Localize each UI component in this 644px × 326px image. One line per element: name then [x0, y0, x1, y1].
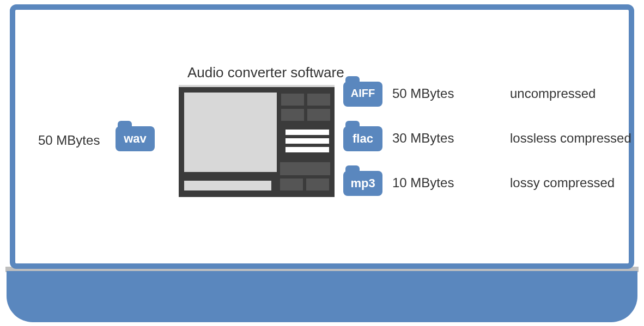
output-format-flac: flac [343, 132, 382, 146]
output-compression-flac: lossless compressed [510, 131, 631, 146]
output-format-aiff: AIFF [343, 87, 382, 100]
monitor-screen: Audio converter software 50 MBytes wav A… [10, 4, 634, 269]
output-format-mp3: mp3 [343, 176, 382, 190]
output-compression-aiff: uncompressed [510, 86, 596, 101]
output-compression-mp3: lossy compressed [510, 175, 615, 190]
input-folder-icon: wav [116, 121, 155, 151]
output-folder-flac-icon: flac [343, 121, 382, 151]
output-size-flac: 30 MBytes [392, 131, 454, 146]
output-folder-aiff-icon: AIFF [343, 76, 382, 107]
monitor-stand [7, 271, 637, 322]
diagram-canvas: Audio converter software 50 MBytes wav A… [36, 25, 639, 269]
output-folder-mp3-icon: mp3 [343, 165, 382, 196]
input-format-label: wav [116, 132, 155, 146]
output-size-aiff: 50 MBytes [392, 86, 454, 101]
output-size-mp3: 10 MBytes [392, 175, 454, 190]
diagram-title: Audio converter software [187, 64, 344, 81]
input-size: 50 MBytes [38, 133, 100, 148]
converter-software-icon [179, 85, 335, 197]
